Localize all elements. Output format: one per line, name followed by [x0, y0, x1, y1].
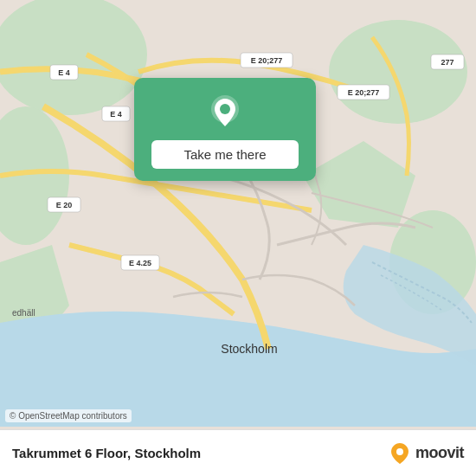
moovit-logo: moovit: [388, 441, 464, 466]
location-info: Takrummet 6 Floor, Stockholm: [12, 446, 201, 460]
moovit-text: moovit: [415, 444, 464, 462]
svg-text:edhäll: edhäll: [12, 308, 35, 318]
svg-text:277: 277: [441, 58, 453, 67]
svg-text:E 20: E 20: [56, 201, 73, 209]
svg-text:Stockholm: Stockholm: [221, 342, 277, 356]
popup-card: Take me there: [134, 78, 316, 181]
take-me-there-button[interactable]: Take me there: [151, 140, 299, 169]
svg-point-25: [396, 448, 403, 455]
svg-text:E 4.25: E 4.25: [129, 259, 151, 267]
map-container: E 4 E 4 E 20 E 20;277 E 20;277 277 E 4.2…: [0, 0, 476, 429]
svg-text:E 4: E 4: [110, 110, 122, 119]
svg-point-2: [329, 20, 467, 124]
bottom-bar: Takrummet 6 Floor, Stockholm moovit: [0, 429, 476, 476]
svg-text:E 20;277: E 20;277: [348, 88, 380, 97]
app: E 4 E 4 E 20 E 20;277 E 20;277 277 E 4.2…: [0, 0, 476, 476]
location-name: Takrummet 6 Floor, Stockholm: [12, 446, 201, 460]
svg-point-24: [220, 104, 230, 114]
svg-text:E 20;277: E 20;277: [251, 56, 283, 65]
map-attribution: © OpenStreetMap contributors: [5, 409, 132, 422]
moovit-pin-icon: [388, 441, 412, 466]
location-pin-icon: [206, 93, 244, 132]
svg-text:E 4: E 4: [58, 68, 70, 77]
